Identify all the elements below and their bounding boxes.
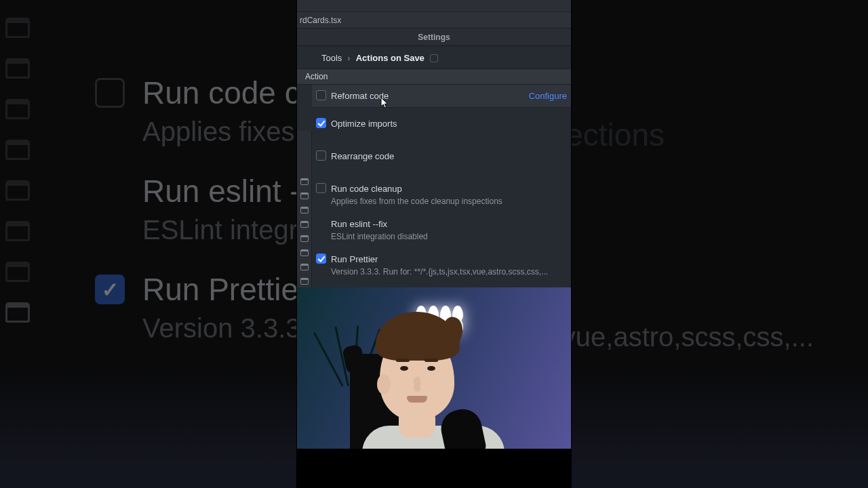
checkbox-checked-icon (95, 274, 125, 304)
toolwindow-icon[interactable] (300, 249, 309, 256)
checkbox-reformat[interactable] (316, 90, 326, 100)
action-label: Run eslint --fix (331, 219, 563, 230)
window-icon (5, 262, 30, 282)
toolwindow-icon[interactable] (300, 264, 309, 270)
checkbox-optimize[interactable] (316, 118, 326, 128)
toolwindow-icon[interactable] (300, 207, 309, 214)
eyebrow-icon (425, 359, 438, 362)
action-run-prettier[interactable]: Run Prettier Version 3.3.3. Run for: **/… (312, 248, 571, 283)
eyebrow-icon (396, 359, 410, 362)
breadcrumb: Tools › Actions on Save (297, 46, 571, 68)
eye-icon (400, 366, 408, 371)
actions-column-header: Action (297, 68, 571, 85)
eye-icon (427, 366, 435, 371)
action-label: Rearrange code (331, 151, 563, 162)
toolwindow-icon[interactable] (300, 235, 309, 242)
reset-icon[interactable] (430, 54, 438, 62)
bg-label: Run Prettier (142, 271, 309, 308)
action-rearrange-code[interactable]: Rearrange code (312, 140, 571, 173)
person-ear (377, 374, 391, 394)
toolwindow-icon[interactable] (300, 192, 309, 199)
window-icon (5, 58, 30, 79)
window-icon (5, 18, 30, 38)
action-label: Optimize imports (331, 119, 563, 129)
action-run-eslint-fix[interactable]: Run eslint --fix ESLint integration disa… (312, 213, 571, 248)
checkbox-prettier[interactable] (316, 253, 326, 264)
webcam-overlay (297, 287, 571, 449)
action-reformat-code[interactable]: Reformat code Configure (312, 85, 571, 108)
action-desc: Applies fixes from the code cleanup insp… (331, 196, 563, 207)
nose-icon (414, 377, 420, 392)
toolwindow-icon[interactable] (300, 221, 309, 228)
window-icon (5, 221, 30, 241)
action-optimize-imports[interactable]: Optimize imports (312, 108, 571, 140)
editor-tabbar[interactable]: rdCards.tsx (297, 12, 571, 28)
action-label: Run Prettier (331, 254, 563, 265)
mouth-icon (407, 396, 427, 403)
window-icon (5, 180, 30, 201)
action-desc: Version 3.3.3. Run for: **/*.{js,ts,jsx,… (331, 266, 563, 277)
breadcrumb-root[interactable]: Tools (321, 53, 342, 63)
configure-link[interactable]: Configure (529, 91, 567, 101)
checkbox-rearrange[interactable] (316, 150, 326, 161)
window-icon (5, 99, 30, 119)
checkbox-unchecked-icon (95, 78, 125, 108)
column-header-text: Action (305, 72, 328, 81)
chevron-right-icon: › (347, 53, 350, 63)
person-hair (376, 312, 460, 361)
toolwindow-icon[interactable] (300, 178, 309, 185)
letterbox-bar (297, 449, 571, 488)
toolwindow-icon[interactable] (300, 278, 309, 285)
ide-titlebar (297, 0, 571, 12)
bg-right-tail: ,vue,astro,scss,css,... (555, 322, 814, 352)
action-desc: ESLint integration disabled (331, 231, 563, 242)
window-icon (5, 140, 30, 160)
action-label: Run code cleanup (331, 184, 563, 195)
editor-tab-filename[interactable]: rdCards.tsx (300, 16, 341, 25)
breadcrumb-current: Actions on Save (356, 53, 425, 63)
bg-toolstrip (5, 18, 46, 323)
settings-dialog-title: Settings (297, 28, 571, 46)
window-icon (5, 302, 30, 323)
checkbox-cleanup[interactable] (316, 183, 326, 193)
checkbox-eslint-disabled (316, 218, 326, 228)
settings-title-text: Settings (418, 33, 450, 42)
action-run-code-cleanup[interactable]: Run code cleanup Applies fixes from the … (312, 173, 571, 213)
